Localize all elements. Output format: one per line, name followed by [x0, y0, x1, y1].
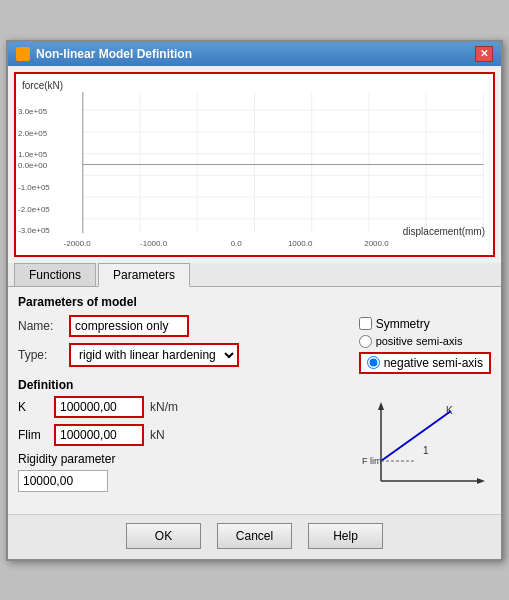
- positive-axis-radio[interactable]: [359, 335, 372, 348]
- svg-line-32: [381, 411, 451, 461]
- svg-text:2.0e+05: 2.0e+05: [18, 128, 48, 137]
- svg-marker-30: [378, 402, 384, 410]
- symmetry-checkbox[interactable]: [359, 317, 372, 330]
- svg-text:K: K: [446, 405, 453, 416]
- svg-text:3.0e+05: 3.0e+05: [18, 106, 48, 115]
- k-label: K: [18, 400, 48, 414]
- flim-label: Flim: [18, 428, 48, 442]
- title-bar-left: Non-linear Model Definition: [16, 47, 192, 61]
- svg-text:-3.0e+05: -3.0e+05: [18, 226, 50, 235]
- help-button[interactable]: Help: [308, 523, 383, 549]
- svg-text:-2000.0: -2000.0: [64, 238, 92, 247]
- rigidity-label: Rigidity parameter: [18, 452, 351, 466]
- footer-buttons: OK Cancel Help: [8, 514, 501, 559]
- tabs-bar: Functions Parameters: [8, 263, 501, 287]
- main-window: Non-linear Model Definition ✕ force(kN) …: [6, 40, 503, 561]
- rigidity-input[interactable]: [18, 470, 108, 492]
- chart-y-label: force(kN): [22, 80, 63, 91]
- positive-axis-label[interactable]: positive semi-axis: [359, 335, 463, 348]
- svg-text:2000.0: 2000.0: [364, 238, 389, 247]
- svg-text:0.0: 0.0: [231, 238, 243, 247]
- name-input[interactable]: [69, 315, 189, 337]
- negative-axis-text: negative semi-axis: [384, 356, 483, 370]
- type-dropdown-wrap: rigid with linear hardening: [69, 343, 239, 367]
- svg-text:-1000.0: -1000.0: [140, 238, 168, 247]
- definition-row: K kN/m Flim kN Rigidity parameter: [18, 396, 491, 506]
- window-title: Non-linear Model Definition: [36, 47, 192, 61]
- k-input[interactable]: [54, 396, 144, 418]
- negative-axis-radio[interactable]: [367, 356, 380, 369]
- cancel-button[interactable]: Cancel: [217, 523, 292, 549]
- type-label: Type:: [18, 348, 63, 362]
- params-section: Parameters of model Name: Type: rigid wi…: [8, 287, 501, 514]
- svg-text:-2.0e+05: -2.0e+05: [18, 204, 50, 213]
- tab-functions[interactable]: Functions: [14, 263, 96, 286]
- name-label: Name:: [18, 319, 63, 333]
- chart-x-label: displacement(mm): [403, 226, 485, 237]
- type-row: Type: rigid with linear hardening: [18, 343, 353, 367]
- name-row: Name:: [18, 315, 353, 337]
- svg-text:1000.0: 1000.0: [288, 238, 313, 247]
- svg-marker-31: [477, 478, 485, 484]
- svg-text:0.0e+00: 0.0e+00: [18, 161, 48, 170]
- section-title: Parameters of model: [18, 295, 491, 309]
- rigidity-section: Rigidity parameter: [18, 452, 351, 492]
- params-left: Name: Type: rigid with linear hardening: [18, 315, 353, 374]
- ok-button[interactable]: OK: [126, 523, 201, 549]
- svg-text:-1.0e+05: -1.0e+05: [18, 182, 50, 191]
- chart-area: force(kN) displacement(mm) 3.0e+05 2.0e: [14, 72, 495, 257]
- flim-row: Flim kN: [18, 424, 351, 446]
- symmetry-label: Symmetry: [376, 317, 430, 331]
- svg-text:F lim: F lim: [362, 456, 382, 466]
- diagram-svg: K 1 F lim: [361, 396, 491, 506]
- k-unit: kN/m: [150, 400, 178, 414]
- type-dropdown[interactable]: rigid with linear hardening: [69, 343, 239, 367]
- svg-text:1.0e+05: 1.0e+05: [18, 150, 48, 159]
- title-bar: Non-linear Model Definition ✕: [8, 42, 501, 66]
- svg-text:1: 1: [423, 445, 429, 456]
- positive-axis-text: positive semi-axis: [376, 335, 463, 347]
- params-right: Symmetry positive semi-axis negative sem…: [359, 315, 491, 374]
- symmetry-check-label[interactable]: Symmetry: [359, 317, 430, 331]
- definition-label: Definition: [18, 378, 491, 392]
- diagram-area: K 1 F lim: [361, 396, 491, 506]
- params-row: Name: Type: rigid with linear hardening: [18, 315, 491, 374]
- negative-axis-highlighted: negative semi-axis: [359, 352, 491, 374]
- flim-input[interactable]: [54, 424, 144, 446]
- app-icon: [16, 47, 30, 61]
- k-row: K kN/m: [18, 396, 351, 418]
- close-button[interactable]: ✕: [475, 46, 493, 62]
- tab-parameters[interactable]: Parameters: [98, 263, 190, 287]
- definition-fields: K kN/m Flim kN Rigidity parameter: [18, 396, 351, 492]
- flim-unit: kN: [150, 428, 165, 442]
